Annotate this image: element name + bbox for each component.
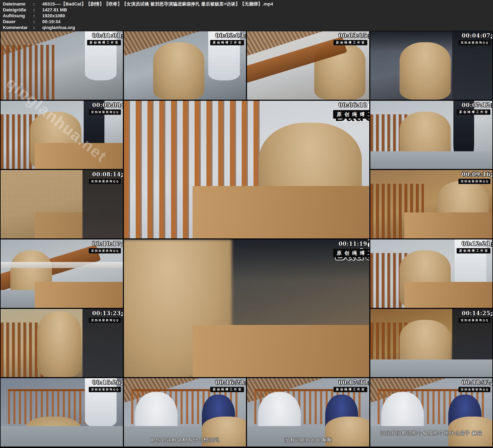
scene-mat <box>370 359 493 377</box>
resolution-row: Auflösung:1920x1080 <box>3 13 493 19</box>
frame-timestamp: 00:07:12 <box>462 102 490 108</box>
burned-in-subtitle: 以往我们都说那个偷猫那个用什么袋子 麻袋 <box>370 430 493 437</box>
video-thumbnail[interactable]: 00:02:03 BadCat原创绳缚工作室 <box>124 31 246 100</box>
contact-number: 2723822894 <box>121 242 123 247</box>
scene-floor <box>404 213 493 238</box>
file-size-value: 1427.81 MB <box>42 7 67 12</box>
video-thumbnail[interactable]: 00:01:01 BadCat原创绳缚工作室 <box>0 31 123 100</box>
comment-label: Kommentar <box>3 24 33 31</box>
studio-name-bar: 原创绳缚工作室 <box>334 40 367 45</box>
comment-value: qinglanhua.org <box>42 25 75 30</box>
resolution-label: Auflösung <box>3 13 33 19</box>
scene-sack <box>153 42 204 100</box>
video-thumbnail[interactable]: 00:14:25 2723822894定拍欢迎咨询QQ <box>370 309 493 377</box>
frame-timestamp: 00:05:08 <box>92 102 121 108</box>
contact-number: 2723822894 <box>490 381 493 386</box>
contact-info-bar: 定拍欢迎咨询QQ <box>89 248 121 253</box>
file-size-label: Dateigröße <box>3 7 33 13</box>
frame-timestamp: 00:15:26 <box>92 380 121 385</box>
contact-info-bar: 定拍欢迎咨询QQ <box>89 179 121 184</box>
scene-sack-tall <box>37 312 81 377</box>
contact-info-bar: 定拍欢迎咨询QQ <box>459 387 490 392</box>
duration-label: Dauer <box>3 19 33 24</box>
contact-number: 2723822894 <box>121 103 123 109</box>
video-thumbnail[interactable]: 00:16:28 BadCat原创绳缚工作室那你对这种题材有什么想法吗 <box>124 378 246 447</box>
file-name-label: Dateiname <box>3 1 33 7</box>
badcat-wordmark: BadCat <box>490 102 493 109</box>
video-thumbnail[interactable]: 00:13:23 2723822894定拍欢迎咨询QQ <box>0 309 123 377</box>
frame-timestamp: 00:02:03 <box>215 33 244 38</box>
video-thumbnail[interactable]: 00:03:05 BadCat原创绳缚工作室 <box>247 31 369 100</box>
contact-info-bar: 定拍欢迎咨询QQ <box>89 318 121 323</box>
frame-timestamp: 00:08:14 <box>92 172 121 177</box>
file-info-header: Dateiname:48315----【BadCat】【剧情】【咲希】【女演员试… <box>0 0 493 31</box>
video-thumbnail[interactable]: 00:08:14 2723822894定拍欢迎咨询QQ <box>0 170 123 238</box>
studio-name-bar: 原创绳缚工作室 <box>457 248 490 253</box>
frame-timestamp: 00:04:07 <box>462 33 490 38</box>
scene-floor <box>192 325 369 377</box>
contact-info-bar: 定拍欢迎咨询QQ <box>459 318 490 323</box>
badcat-wordmark: BadCat <box>367 33 369 39</box>
frame-timestamp: 00:14:25 <box>462 311 490 316</box>
frame-timestamp: 00:12:21 <box>462 241 490 246</box>
studio-name-bar: 原创绳缚工作室 <box>457 110 490 115</box>
scene-floor <box>192 186 369 238</box>
contact-number: 2723822894 <box>490 312 493 317</box>
badcat-wordmark: BadCat <box>367 380 369 386</box>
frame-timestamp: 00:01:01 <box>92 33 121 38</box>
file-name-row: Dateiname:48315----【BadCat】【剧情】【咲希】【女演员试… <box>3 1 493 7</box>
badcat-wordmark: BadCat <box>490 241 493 247</box>
frame-timestamp: 00:18:32 <box>462 380 490 385</box>
studio-name-bar: 原创绳缚工作室 <box>87 40 121 45</box>
contact-info-bar: 定拍欢迎咨询QQ <box>459 40 490 45</box>
video-thumbnail[interactable]: 00:09:16 2723822894定拍欢迎咨询QQ <box>370 170 493 238</box>
badcat-wordmark: BadCat <box>121 33 123 39</box>
video-thumbnail[interactable]: 00:06:10 BadCat原创绳缚工作室 <box>124 101 369 238</box>
scene-desk <box>0 262 123 268</box>
scene-banister-left <box>0 45 55 100</box>
burned-in-subtitle: 没有可能哈哈哈啊啊 <box>247 437 369 443</box>
contact-number: 2723822894 <box>121 312 123 317</box>
studio-name-bar: 原创绳缚工作室 <box>333 110 369 119</box>
contact-number: 2723822894 <box>121 173 123 178</box>
contact-number: 2723822894 <box>490 173 493 178</box>
studio-name-bar: 原创绳缚工作室 <box>334 387 367 392</box>
file-size-row: Dateigröße:1427.81 MB <box>3 7 493 13</box>
scene-floor <box>35 282 123 308</box>
studio-name-bar: 原创绳缚工作室 <box>210 40 244 45</box>
file-name-value: 48315----【BadCat】【剧情】【咲希】【女演员试镜 被邪恶导演骗进麻… <box>42 1 273 7</box>
scene-carpet <box>0 426 123 447</box>
frame-timestamp: 00:16:28 <box>215 380 244 385</box>
frame-timestamp: 00:09:16 <box>462 172 490 177</box>
contact-number: 2723822894 <box>121 381 123 386</box>
thumbnail-grid: qinglanhua.net 00:01:01 BadCat原创绳缚工作室00:… <box>0 31 493 448</box>
studio-name-bar: 原创绳缚工作室 <box>333 249 369 257</box>
frame-timestamp: 00:10:17 <box>92 241 121 246</box>
video-thumbnail[interactable]: 00:11:19 BadCat原创绳缚工作室 <box>124 239 369 377</box>
duration-value: 00:19:34 <box>42 19 61 24</box>
frame-timestamp: 00:17:30 <box>339 380 367 385</box>
video-thumbnail[interactable]: 00:18:32 2723822894定拍欢迎咨询QQ以往我们都说那个偷猫那个用… <box>370 378 493 447</box>
video-thumbnail[interactable]: 00:15:26 2723822894定拍欢迎咨询QQ <box>0 378 123 447</box>
badcat-wordmark: BadCat <box>244 33 246 39</box>
scene-sack <box>400 42 451 100</box>
studio-name-bar: 原创绳缚工作室 <box>210 387 244 392</box>
duration-row: Dauer:00:19:34 <box>3 19 493 24</box>
contact-number: 2723822894 <box>490 34 493 39</box>
scene-mat <box>370 151 493 169</box>
scene-floor <box>404 282 493 308</box>
video-thumbnail[interactable]: 00:17:30 BadCat原创绳缚工作室没有可能哈哈哈啊啊 <box>247 378 369 447</box>
video-thumbnail[interactable]: 00:12:21 BadCat原创绳缚工作室 <box>370 239 493 308</box>
video-contact-sheet: Dateiname:48315----【BadCat】【剧情】【咲希】【女演员试… <box>0 0 493 448</box>
frame-timestamp: 00:13:23 <box>92 311 121 316</box>
video-thumbnail[interactable]: 00:10:17 2723822894定拍欢迎咨询QQ <box>0 239 123 308</box>
burned-in-subtitle: 那你对这种题材有什么想法吗 <box>124 437 246 443</box>
video-thumbnail[interactable]: 00:05:08 2723822894定拍欢迎咨询QQ <box>0 101 123 169</box>
contact-info-bar: 定拍欢迎咨询QQ <box>89 387 121 392</box>
badcat-wordmark: BadCat <box>244 380 246 386</box>
video-thumbnail[interactable]: 00:04:07 2723822894定拍欢迎咨询QQ <box>370 31 493 100</box>
comment-row: Kommentar:qinglanhua.org <box>3 24 493 31</box>
video-thumbnail[interactable]: 00:07:12 BadCat原创绳缚工作室 <box>370 101 493 169</box>
resolution-value: 1920x1080 <box>42 13 65 18</box>
contact-info-bar: 定拍欢迎咨询QQ <box>459 179 490 184</box>
